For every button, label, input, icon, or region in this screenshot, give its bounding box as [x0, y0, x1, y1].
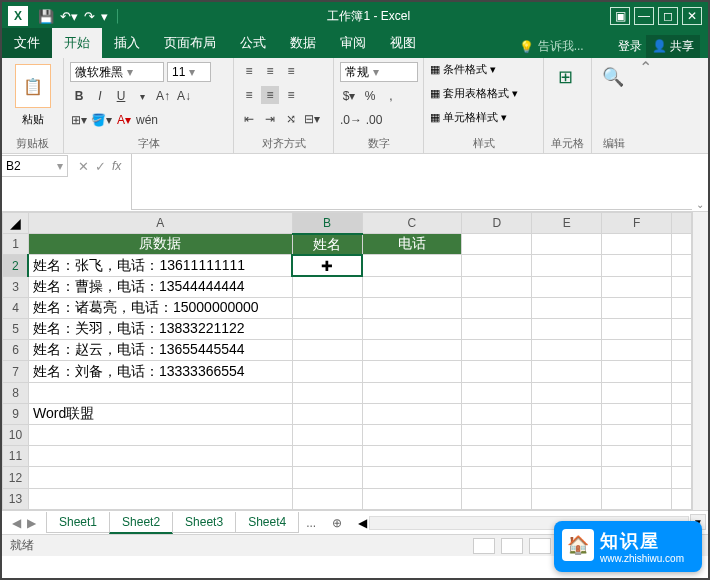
sheet-tab-4[interactable]: Sheet4 [235, 512, 299, 533]
cell[interactable] [671, 361, 691, 382]
undo-icon[interactable]: ↶▾ [60, 9, 78, 24]
cell[interactable] [602, 297, 672, 318]
ribbon-options-icon[interactable]: ▣ [610, 7, 630, 25]
cell[interactable] [532, 234, 602, 255]
decrease-decimal-icon[interactable]: .00 [365, 111, 383, 129]
name-box[interactable]: B2▾ [2, 155, 68, 177]
formula-input[interactable] [131, 154, 692, 210]
cell[interactable] [532, 446, 602, 467]
cell[interactable] [292, 319, 362, 340]
cell[interactable] [292, 297, 362, 318]
align-right-icon[interactable]: ≡ [282, 86, 300, 104]
cell[interactable] [671, 319, 691, 340]
cell[interactable] [602, 340, 672, 361]
cell[interactable] [602, 319, 672, 340]
close-icon[interactable]: ✕ [682, 7, 702, 25]
col-header-f[interactable]: F [602, 213, 672, 234]
row-header[interactable]: 6 [3, 340, 29, 361]
cell[interactable] [532, 319, 602, 340]
cell[interactable] [602, 403, 672, 424]
row-header[interactable]: 1 [3, 234, 29, 255]
cell[interactable] [532, 488, 602, 509]
cell[interactable] [462, 446, 532, 467]
tab-layout[interactable]: 页面布局 [152, 28, 228, 58]
cell[interactable] [292, 276, 362, 297]
cell[interactable] [292, 425, 362, 446]
row-header[interactable]: 9 [3, 403, 29, 424]
select-all-cell[interactable]: ◢ [3, 213, 29, 234]
cell[interactable] [602, 382, 672, 403]
row-header[interactable]: 12 [3, 467, 29, 488]
expand-formula-icon[interactable]: ⌄ [692, 154, 708, 210]
tab-file[interactable]: 文件 [2, 28, 52, 58]
align-center-icon[interactable]: ≡ [261, 86, 279, 104]
cell[interactable] [362, 319, 462, 340]
cell[interactable] [602, 488, 672, 509]
row-header[interactable]: 3 [3, 276, 29, 297]
col-header-g[interactable] [671, 213, 691, 234]
cell-a3[interactable]: 姓名：曹操，电话：13544444444 [28, 276, 292, 297]
cancel-formula-icon[interactable]: ✕ [78, 159, 89, 174]
sheet-tab-2[interactable]: Sheet2 [109, 512, 173, 534]
increase-decimal-icon[interactable]: .0→ [340, 111, 362, 129]
cell[interactable] [362, 255, 462, 276]
border-button[interactable]: ⊞▾ [70, 111, 88, 129]
align-middle-icon[interactable]: ≡ [261, 62, 279, 80]
number-format-select[interactable]: 常规▾ [340, 62, 418, 82]
cell[interactable] [602, 446, 672, 467]
tab-review[interactable]: 审阅 [328, 28, 378, 58]
cell[interactable] [602, 234, 672, 255]
cell[interactable] [462, 361, 532, 382]
cell[interactable] [462, 255, 532, 276]
row-header[interactable]: 8 [3, 382, 29, 403]
cell[interactable] [292, 382, 362, 403]
page-layout-view-icon[interactable] [501, 538, 523, 554]
italic-button[interactable]: I [91, 87, 109, 105]
cell[interactable] [532, 297, 602, 318]
vertical-scrollbar[interactable] [692, 212, 708, 510]
font-color-button[interactable]: A▾ [115, 111, 133, 129]
qat-customize-icon[interactable]: ▾ [101, 9, 108, 24]
paste-button[interactable]: 📋 [15, 64, 51, 108]
cell[interactable] [462, 425, 532, 446]
cell[interactable] [462, 276, 532, 297]
cell-a5[interactable]: 姓名：关羽，电话：13833221122 [28, 319, 292, 340]
orientation-icon[interactable]: ⤭ [282, 110, 300, 128]
sheet-nav-prev-icon[interactable]: ◀ [12, 516, 21, 530]
tell-me[interactable]: 💡 告诉我... [519, 38, 584, 55]
cell[interactable] [462, 340, 532, 361]
font-size-select[interactable]: 11▾ [167, 62, 211, 82]
sheet-nav-next-icon[interactable]: ▶ [27, 516, 36, 530]
cell[interactable] [532, 361, 602, 382]
col-header-d[interactable]: D [462, 213, 532, 234]
cell-styles-button[interactable]: ▦ 单元格样式 ▾ [430, 110, 537, 125]
cell[interactable] [602, 276, 672, 297]
cell[interactable] [462, 403, 532, 424]
cell[interactable] [671, 382, 691, 403]
cell[interactable] [532, 467, 602, 488]
cell[interactable] [292, 467, 362, 488]
underline-button[interactable]: U [112, 87, 130, 105]
cell[interactable] [532, 425, 602, 446]
increase-indent-icon[interactable]: ⇥ [261, 110, 279, 128]
cell[interactable] [671, 297, 691, 318]
minimize-icon[interactable]: — [634, 7, 654, 25]
sheet-tab-1[interactable]: Sheet1 [46, 512, 110, 533]
row-header[interactable]: 13 [3, 488, 29, 509]
cell[interactable] [671, 234, 691, 255]
cell[interactable] [292, 446, 362, 467]
chevron-down-icon[interactable]: ▾ [133, 87, 151, 105]
page-break-view-icon[interactable] [529, 538, 551, 554]
merge-icon[interactable]: ⊟▾ [303, 110, 321, 128]
cell-a2[interactable]: 姓名：张飞，电话：13611111111 [28, 255, 292, 276]
cell-a4[interactable]: 姓名：诸葛亮，电话：15000000000 [28, 297, 292, 318]
cell-a6[interactable]: 姓名：赵云，电话：13655445544 [28, 340, 292, 361]
col-header-a[interactable]: A [28, 213, 292, 234]
cell[interactable] [462, 297, 532, 318]
cell[interactable] [292, 488, 362, 509]
row-header[interactable]: 11 [3, 446, 29, 467]
cell[interactable] [362, 340, 462, 361]
align-top-icon[interactable]: ≡ [240, 62, 258, 80]
cell[interactable] [28, 425, 292, 446]
cell[interactable] [462, 319, 532, 340]
